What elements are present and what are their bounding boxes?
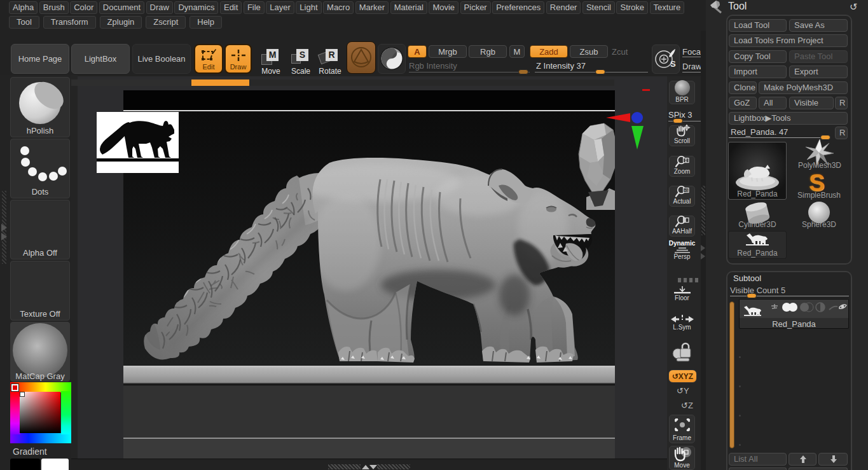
svg-text:x1: x1 xyxy=(684,188,688,192)
svg-text:S: S xyxy=(670,59,676,69)
